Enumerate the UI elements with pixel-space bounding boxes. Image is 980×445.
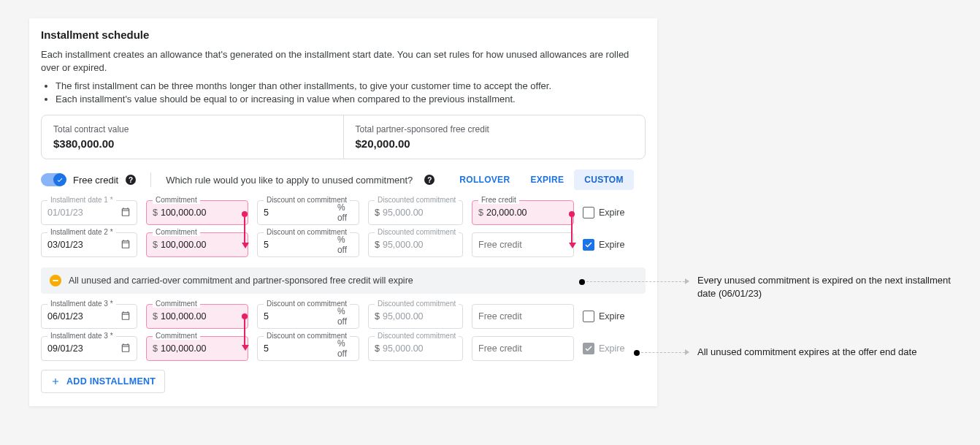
arrow-icon	[685, 349, 689, 355]
expire-label: Expire	[599, 240, 624, 250]
warning-icon	[50, 275, 61, 286]
summary-box: Total contract value $380,000.00 Total p…	[41, 115, 646, 159]
installment-date-input[interactable]	[47, 343, 120, 354]
expire-label: Expire	[599, 343, 624, 354]
annotation-marker	[579, 279, 585, 285]
expire-label: Expire	[599, 311, 624, 322]
discount-field[interactable]: Discount on commitment % off	[257, 200, 359, 225]
discounted-commitment-value	[383, 343, 456, 354]
discount-input[interactable]	[264, 311, 333, 322]
free-credit-input[interactable]	[478, 311, 567, 322]
annotation-connector	[641, 352, 685, 353]
add-installment-button[interactable]: ADD INSTALLMENT	[41, 370, 165, 393]
banner-text: All unused and carried-over commitment a…	[69, 275, 413, 286]
installment-row: Installment date 3 * Commitment $ Discou…	[41, 304, 646, 329]
rule-expire-button[interactable]: EXPIRE	[520, 170, 574, 190]
flow-line	[571, 217, 573, 243]
annotation-marker	[634, 350, 640, 356]
expire-cell: Expire	[583, 343, 629, 354]
page-title: Installment schedule	[41, 28, 646, 41]
commitment-input[interactable]	[161, 240, 242, 250]
free-credit-field[interactable]	[472, 336, 574, 361]
arrow-icon	[685, 278, 689, 284]
expire-cell: Expire	[583, 311, 629, 322]
flow-dot	[569, 211, 575, 217]
free-credit-field[interactable]: Free credit $	[472, 200, 574, 225]
expire-checkbox[interactable]	[583, 207, 594, 218]
discount-input[interactable]	[264, 240, 333, 250]
calendar-icon	[120, 207, 131, 219]
installment-date-field[interactable]: Installment date 2 *	[41, 232, 137, 257]
annotation-text: Every unused commitment is expired on th…	[697, 274, 953, 300]
commitment-field[interactable]: Commitment $	[146, 232, 248, 257]
installment-date-input[interactable]	[47, 240, 120, 250]
discounted-commitment-field: Discounted commitment $	[368, 304, 463, 329]
installment-row: Installment date 3 * Commitment $ Discou…	[41, 336, 646, 361]
discounted-commitment-value	[383, 208, 456, 218]
discount-input[interactable]	[264, 208, 333, 218]
expire-checkbox[interactable]	[583, 239, 594, 251]
free-credit-input[interactable]	[478, 240, 567, 250]
discount-input[interactable]	[264, 343, 333, 354]
discounted-commitment-value	[383, 311, 456, 322]
rule-custom-button[interactable]: CUSTOM	[574, 170, 634, 190]
discount-field[interactable]: Discount on commitment % off	[257, 304, 359, 329]
commitment-field[interactable]: Commitment $	[146, 336, 248, 361]
installment-date-input	[47, 208, 120, 218]
free-credit-input[interactable]	[478, 343, 567, 354]
expire-cell: Expire	[583, 207, 629, 218]
discount-field[interactable]: Discount on commitment % off	[257, 232, 359, 257]
expire-cell: Expire	[583, 239, 629, 251]
rule-question: Which rule would you like to apply to un…	[166, 175, 413, 186]
installment-row: Installment date 2 * Commitment $ Discou…	[41, 232, 646, 257]
commitment-field[interactable]: Commitment $	[146, 200, 248, 225]
discounted-commitment-field: Discounted commitment $	[368, 200, 463, 225]
total-credit-label: Total partner-sponsored free credit	[356, 124, 634, 134]
expire-checkbox[interactable]	[583, 311, 594, 322]
discounted-commitment-field: Discounted commitment $	[368, 232, 463, 257]
annotation-text: All unused commitment expires at the off…	[697, 346, 968, 359]
page-description: Each installment creates an allowance th…	[41, 48, 646, 75]
note-item: The first installment can be three month…	[55, 80, 646, 91]
flow-dot	[242, 211, 248, 217]
installment-date-input[interactable]	[47, 311, 120, 322]
help-icon[interactable]: ?	[126, 175, 136, 185]
total-contract-label: Total contract value	[53, 124, 332, 134]
discounted-commitment-field: Discounted commitment $	[368, 336, 463, 361]
rule-rollover-button[interactable]: ROLLOVER	[449, 170, 520, 190]
installment-date-field[interactable]: Installment date 1 *	[41, 200, 137, 225]
calendar-icon[interactable]	[120, 311, 131, 323]
free-credit-input[interactable]	[486, 208, 567, 218]
installment-row: Installment date 1 * Commitment $ Discou…	[41, 200, 646, 225]
calendar-icon[interactable]	[120, 239, 131, 251]
commitment-input[interactable]	[161, 208, 242, 218]
total-credit-value: $20,000.00	[356, 137, 634, 150]
annotation-connector	[586, 281, 685, 282]
flow-arrow-icon	[569, 243, 576, 248]
free-credit-field[interactable]	[472, 304, 574, 329]
plus-icon	[50, 376, 61, 387]
commitment-field[interactable]: Commitment $	[146, 304, 248, 329]
flow-dot	[242, 313, 248, 319]
discounted-commitment-value	[383, 240, 456, 250]
page-notes: The first installment can be three month…	[41, 80, 646, 104]
free-credit-field[interactable]	[472, 232, 574, 257]
discount-field[interactable]: Discount on commitment % off	[257, 336, 359, 361]
free-credit-toggle-label: Free credit	[73, 175, 118, 186]
installment-date-field[interactable]: Installment date 3 *	[41, 336, 137, 361]
commitment-input[interactable]	[161, 311, 242, 322]
free-credit-toggle[interactable]	[41, 173, 66, 186]
help-icon[interactable]: ?	[424, 175, 435, 185]
calendar-icon[interactable]	[120, 343, 131, 355]
flow-arrow-icon	[242, 243, 249, 248]
expire-checkbox	[583, 343, 594, 354]
installment-date-field[interactable]: Installment date 3 *	[41, 304, 137, 329]
note-item: Each installment's value should be equal…	[55, 94, 646, 104]
flow-line	[244, 319, 245, 345]
expire-banner: All unused and carried-over commitment a…	[41, 267, 646, 294]
add-installment-label: ADD INSTALLMENT	[66, 376, 156, 387]
total-contract-value: $380,000.00	[53, 137, 332, 150]
divider	[150, 172, 151, 187]
flow-line	[244, 217, 245, 243]
commitment-input[interactable]	[161, 343, 242, 354]
